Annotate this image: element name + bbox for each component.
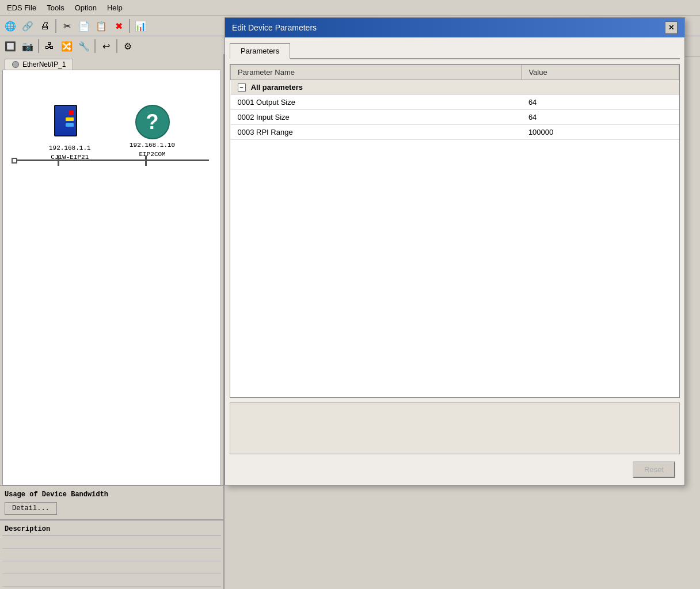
detail-button[interactable]: Detail... — [5, 502, 57, 515]
toolbar2-btn-1[interactable]: 🔲 — [2, 38, 18, 54]
description-title: Description — [2, 523, 221, 536]
param-name-1: 0002 Input Size — [231, 110, 522, 125]
param-name-0: 0001 Output Size — [231, 95, 522, 110]
plc-icon — [54, 105, 86, 142]
param-name-2: 0003 RPI Range — [231, 125, 522, 140]
tab-circle-icon — [12, 61, 19, 68]
device2-name: EIP2COM — [139, 151, 166, 158]
toolbar2-sep-1 — [38, 39, 39, 53]
network-node-2 — [145, 155, 147, 166]
toolbar2-btn-2[interactable]: 📷 — [20, 38, 36, 54]
all-params-group-row: − All parameters — [231, 80, 679, 95]
question-mark-icon: ? — [135, 105, 170, 139]
menu-help[interactable]: Help — [102, 2, 127, 13]
param-row-1[interactable]: 0002 Input Size 64 — [231, 110, 679, 125]
dialog-footer: Reset — [230, 459, 680, 480]
toolbar-btn-delete[interactable]: ✖ — [111, 18, 127, 34]
params-table: Parameter Name Value − All parameters — [230, 64, 679, 140]
toolbar-btn-cut[interactable]: ✂ — [59, 18, 75, 34]
toolbar-btn-print[interactable]: 🖨 — [37, 18, 53, 34]
menu-tools[interactable]: Tools — [42, 2, 69, 13]
plc-body — [54, 105, 77, 136]
toolbar-btn-copy[interactable]: 📄 — [76, 18, 92, 34]
description-row-1 — [2, 536, 221, 549]
network-dot — [12, 158, 17, 164]
app-window: EDS File Tools Option Help 🌐 🔗 🖨 ✂ 📄 📋 ✖… — [0, 0, 700, 589]
description-row-3 — [2, 561, 221, 574]
network-node-1 — [58, 155, 59, 166]
toolbar-btn-network2[interactable]: 🔗 — [20, 18, 36, 34]
network-line — [14, 159, 209, 161]
plc-light-red — [69, 111, 74, 115]
param-value-2: 100000 — [522, 125, 679, 140]
toolbar-sep-1 — [55, 19, 56, 33]
edit-device-parameters-dialog: Edit Device Parameters ✕ Parameters Para… — [225, 17, 685, 485]
toolbar2-btn-3[interactable]: 🖧 — [41, 38, 58, 54]
toolbar-btn-extra[interactable]: 📊 — [132, 18, 149, 34]
dialog-body: Parameters Parameter Name Value — [225, 37, 684, 485]
param-value-1: 64 — [522, 110, 679, 125]
left-panel: EtherNet/IP_1 192.168.1.1 CJ1W-EIP21 ? — [0, 54, 225, 589]
tab-parameters[interactable]: Parameters — [230, 43, 290, 59]
device1-ip: 192.168.1.1 — [49, 145, 91, 151]
toolbar2-btn-5[interactable]: 🔧 — [76, 38, 92, 54]
param-value-editor-area — [230, 402, 680, 454]
col-header-name: Parameter Name — [231, 65, 522, 80]
params-content-area: Parameter Name Value − All parameters — [230, 64, 680, 398]
param-row-0[interactable]: 0001 Output Size 64 — [231, 95, 679, 110]
menu-option[interactable]: Option — [70, 2, 101, 13]
description-row-4 — [2, 574, 221, 587]
params-table-header-row: Parameter Name Value — [231, 65, 679, 80]
bandwidth-title: Usage of Device Bandwidth — [5, 491, 219, 499]
menu-bar: EDS File Tools Option Help — [0, 0, 700, 16]
toolbar2-sep-3 — [116, 39, 117, 53]
plc-light-blue — [66, 123, 74, 127]
toolbar-btn-network[interactable]: 🌐 — [2, 18, 18, 34]
network-canvas: 192.168.1.1 CJ1W-EIP21 ? 192.168.1.10 EI… — [2, 70, 221, 485]
toolbar2-btn-7[interactable]: ⚙ — [120, 38, 136, 54]
device-plc[interactable]: 192.168.1.1 CJ1W-EIP21 — [49, 105, 91, 161]
collapse-button[interactable]: − — [238, 83, 246, 92]
param-row-2[interactable]: 0003 RPI Range 100000 — [231, 125, 679, 140]
tab-bar: Parameters — [230, 42, 680, 59]
dialog-title: Edit Device Parameters — [232, 23, 317, 32]
description-row-2 — [2, 549, 221, 561]
bandwidth-section: Usage of Device Bandwidth Detail... — [0, 485, 223, 519]
reset-button[interactable]: Reset — [633, 461, 675, 478]
network-tab-label: EtherNet/IP_1 — [22, 60, 66, 69]
dialog-close-button[interactable]: ✕ — [665, 21, 678, 34]
param-value-0: 64 — [522, 95, 679, 110]
toolbar2-btn-6[interactable]: ↩ — [98, 38, 114, 54]
toolbar2-sep-2 — [94, 39, 96, 53]
toolbar-btn-paste[interactable]: 📋 — [93, 18, 109, 34]
col-header-value: Value — [522, 65, 679, 80]
menu-eds-file[interactable]: EDS File — [2, 2, 41, 13]
device-unknown[interactable]: ? 192.168.1.10 EIP2COM — [130, 105, 175, 158]
description-section: Description — [0, 519, 223, 589]
device2-ip: 192.168.1.10 — [130, 142, 175, 149]
network-tab[interactable]: EtherNet/IP_1 — [5, 59, 73, 70]
plc-light-yellow — [66, 117, 74, 121]
toolbar2-btn-4[interactable]: 🔀 — [59, 38, 75, 54]
dialog-titlebar: Edit Device Parameters ✕ — [225, 18, 684, 37]
toolbar-sep-2 — [129, 19, 130, 33]
all-params-label: − All parameters — [231, 80, 679, 95]
